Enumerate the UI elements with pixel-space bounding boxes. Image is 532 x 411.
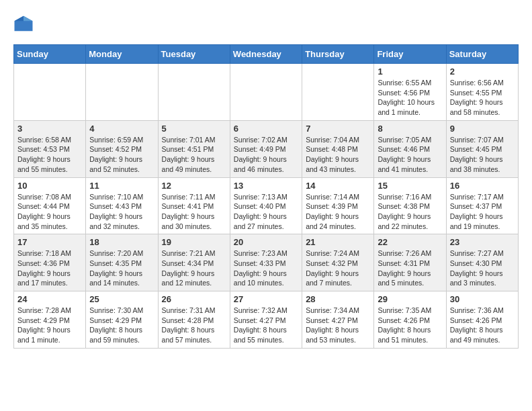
day-info: Sunrise: 6:58 AM Sunset: 4:53 PM Dayligh… [17, 135, 82, 175]
calendar-day-29: 25Sunrise: 7:30 AM Sunset: 4:29 PM Dayli… [86, 291, 158, 349]
calendar-day-18: 14Sunrise: 7:14 AM Sunset: 4:39 PM Dayli… [302, 177, 374, 234]
day-info: Sunrise: 7:32 AM Sunset: 4:27 PM Dayligh… [234, 306, 298, 345]
day-number: 26 [162, 294, 226, 304]
logo-icon [13, 13, 34, 34]
logo [13, 13, 36, 34]
day-info: Sunrise: 7:30 AM Sunset: 4:29 PM Dayligh… [89, 306, 154, 345]
svg-marker-1 [24, 16, 33, 21]
calendar-day-12: 8Sunrise: 7:05 AM Sunset: 4:46 PM Daylig… [374, 120, 446, 177]
day-number: 24 [17, 294, 82, 304]
day-number: 7 [306, 124, 370, 134]
day-info: Sunrise: 7:17 AM Sunset: 4:37 PM Dayligh… [450, 192, 515, 232]
calendar-day-0 [14, 64, 86, 121]
day-info: Sunrise: 7:18 AM Sunset: 4:36 PM Dayligh… [17, 248, 82, 288]
day-info: Sunrise: 7:10 AM Sunset: 4:43 PM Dayligh… [89, 192, 154, 232]
day-info: Sunrise: 7:16 AM Sunset: 4:38 PM Dayligh… [378, 192, 442, 232]
calendar-week-4: 17Sunrise: 7:18 AM Sunset: 4:36 PM Dayli… [14, 234, 519, 291]
day-number: 16 [450, 181, 515, 191]
calendar-day-10: 6Sunrise: 7:02 AM Sunset: 4:49 PM Daylig… [230, 120, 302, 177]
calendar-day-13: 9Sunrise: 7:07 AM Sunset: 4:45 PM Daylig… [446, 120, 518, 177]
day-number: 17 [17, 237, 82, 247]
calendar-header-row: SundayMondayTuesdayWednesdayThursdayFrid… [14, 45, 519, 64]
day-number: 21 [306, 237, 370, 247]
calendar-week-3: 10Sunrise: 7:08 AM Sunset: 4:44 PM Dayli… [14, 177, 519, 234]
header-saturday: Saturday [446, 45, 518, 64]
day-info: Sunrise: 7:24 AM Sunset: 4:32 PM Dayligh… [306, 248, 370, 288]
day-number: 6 [234, 124, 298, 134]
day-info: Sunrise: 7:05 AM Sunset: 4:46 PM Dayligh… [378, 135, 442, 175]
day-number: 28 [306, 294, 370, 304]
calendar-day-11: 7Sunrise: 7:04 AM Sunset: 4:48 PM Daylig… [302, 120, 374, 177]
header-friday: Friday [374, 45, 446, 64]
calendar-day-5: 1Sunrise: 6:55 AM Sunset: 4:56 PM Daylig… [374, 64, 446, 121]
calendar-day-1 [86, 64, 158, 121]
calendar-day-17: 13Sunrise: 7:13 AM Sunset: 4:40 PM Dayli… [230, 177, 302, 234]
day-info: Sunrise: 7:23 AM Sunset: 4:33 PM Dayligh… [234, 248, 298, 288]
day-number: 14 [306, 181, 370, 191]
day-number: 11 [89, 181, 154, 191]
day-number: 25 [89, 294, 154, 304]
header-tuesday: Tuesday [158, 45, 230, 64]
day-number: 2 [450, 66, 515, 77]
day-number: 23 [450, 237, 515, 247]
day-number: 3 [17, 124, 82, 134]
day-info: Sunrise: 7:26 AM Sunset: 4:31 PM Dayligh… [378, 248, 442, 288]
calendar-day-24: 20Sunrise: 7:23 AM Sunset: 4:33 PM Dayli… [230, 234, 302, 291]
day-info: Sunrise: 6:55 AM Sunset: 4:56 PM Dayligh… [378, 78, 442, 118]
day-info: Sunrise: 7:36 AM Sunset: 4:26 PM Dayligh… [450, 306, 515, 345]
day-number: 8 [378, 124, 442, 134]
calendar-day-3 [230, 64, 302, 121]
calendar-day-19: 15Sunrise: 7:16 AM Sunset: 4:38 PM Dayli… [374, 177, 446, 234]
day-number: 19 [162, 237, 226, 247]
calendar-week-5: 24Sunrise: 7:28 AM Sunset: 4:29 PM Dayli… [14, 291, 519, 349]
calendar-day-7: 3Sunrise: 6:58 AM Sunset: 4:53 PM Daylig… [14, 120, 86, 177]
calendar-day-26: 22Sunrise: 7:26 AM Sunset: 4:31 PM Dayli… [374, 234, 446, 291]
calendar: SundayMondayTuesdayWednesdayThursdayFrid… [13, 44, 519, 349]
day-number: 30 [450, 294, 515, 304]
calendar-day-31: 27Sunrise: 7:32 AM Sunset: 4:27 PM Dayli… [230, 291, 302, 349]
day-info: Sunrise: 7:20 AM Sunset: 4:35 PM Dayligh… [89, 248, 154, 288]
calendar-day-4 [302, 64, 374, 121]
day-number: 12 [162, 181, 226, 191]
header [13, 13, 519, 34]
day-info: Sunrise: 7:04 AM Sunset: 4:48 PM Dayligh… [306, 135, 370, 175]
day-number: 27 [234, 294, 298, 304]
day-number: 9 [450, 124, 515, 134]
day-info: Sunrise: 7:07 AM Sunset: 4:45 PM Dayligh… [450, 135, 515, 175]
day-info: Sunrise: 7:14 AM Sunset: 4:39 PM Dayligh… [306, 192, 370, 232]
day-info: Sunrise: 6:59 AM Sunset: 4:52 PM Dayligh… [89, 135, 154, 175]
day-info: Sunrise: 7:13 AM Sunset: 4:40 PM Dayligh… [234, 192, 298, 232]
header-sunday: Sunday [14, 45, 86, 64]
calendar-day-2 [158, 64, 230, 121]
day-number: 5 [162, 124, 226, 134]
calendar-day-28: 24Sunrise: 7:28 AM Sunset: 4:29 PM Dayli… [14, 291, 86, 349]
day-info: Sunrise: 7:27 AM Sunset: 4:30 PM Dayligh… [450, 248, 515, 288]
calendar-day-20: 16Sunrise: 7:17 AM Sunset: 4:37 PM Dayli… [446, 177, 518, 234]
calendar-day-8: 4Sunrise: 6:59 AM Sunset: 4:52 PM Daylig… [86, 120, 158, 177]
day-info: Sunrise: 7:01 AM Sunset: 4:51 PM Dayligh… [162, 135, 226, 175]
calendar-day-6: 2Sunrise: 6:56 AM Sunset: 4:55 PM Daylig… [446, 64, 518, 121]
calendar-day-33: 29Sunrise: 7:35 AM Sunset: 4:26 PM Dayli… [374, 291, 446, 349]
day-number: 1 [378, 66, 442, 77]
day-number: 22 [378, 237, 442, 247]
day-info: Sunrise: 7:08 AM Sunset: 4:44 PM Dayligh… [17, 192, 82, 232]
day-info: Sunrise: 6:56 AM Sunset: 4:55 PM Dayligh… [450, 78, 515, 118]
day-number: 10 [17, 181, 82, 191]
calendar-day-32: 28Sunrise: 7:34 AM Sunset: 4:27 PM Dayli… [302, 291, 374, 349]
calendar-day-30: 26Sunrise: 7:31 AM Sunset: 4:28 PM Dayli… [158, 291, 230, 349]
svg-marker-2 [15, 16, 24, 21]
header-monday: Monday [86, 45, 158, 64]
day-number: 15 [378, 181, 442, 191]
day-info: Sunrise: 7:11 AM Sunset: 4:41 PM Dayligh… [162, 192, 226, 232]
calendar-day-27: 23Sunrise: 7:27 AM Sunset: 4:30 PM Dayli… [446, 234, 518, 291]
day-number: 13 [234, 181, 298, 191]
calendar-day-15: 11Sunrise: 7:10 AM Sunset: 4:43 PM Dayli… [86, 177, 158, 234]
calendar-day-14: 10Sunrise: 7:08 AM Sunset: 4:44 PM Dayli… [14, 177, 86, 234]
day-info: Sunrise: 7:34 AM Sunset: 4:27 PM Dayligh… [306, 306, 370, 345]
calendar-day-23: 19Sunrise: 7:21 AM Sunset: 4:34 PM Dayli… [158, 234, 230, 291]
day-info: Sunrise: 7:21 AM Sunset: 4:34 PM Dayligh… [162, 248, 226, 288]
calendar-day-25: 21Sunrise: 7:24 AM Sunset: 4:32 PM Dayli… [302, 234, 374, 291]
day-number: 18 [89, 237, 154, 247]
calendar-week-2: 3Sunrise: 6:58 AM Sunset: 4:53 PM Daylig… [14, 120, 519, 177]
calendar-week-1: 1Sunrise: 6:55 AM Sunset: 4:56 PM Daylig… [14, 64, 519, 121]
